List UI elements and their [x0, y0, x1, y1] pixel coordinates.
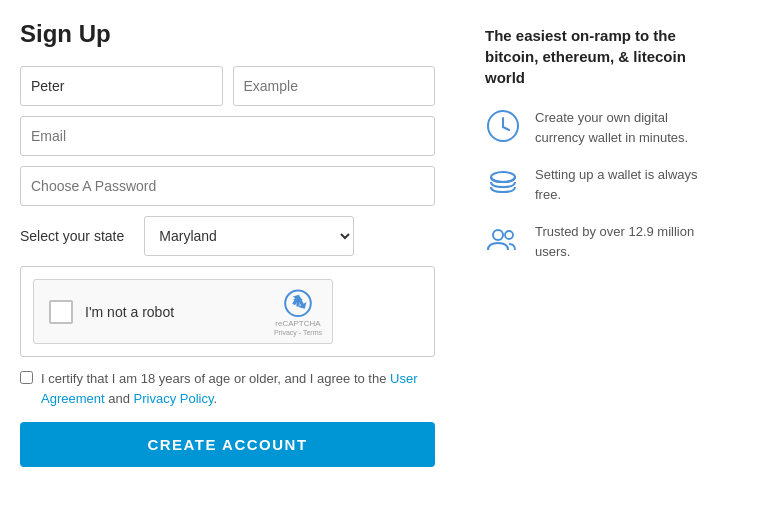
features-panel: The easiest on-ramp to the bitcoin, ethe…	[465, 20, 759, 467]
state-select[interactable]: Maryland Alabama Alaska Arizona Californ…	[144, 216, 354, 256]
captcha-checkbox[interactable]	[49, 300, 73, 324]
privacy-policy-link[interactable]: Privacy Policy	[134, 391, 214, 406]
feature-text-users: Trusted by over 12.9 million users.	[535, 222, 705, 261]
state-row: Select your state Maryland Alabama Alask…	[20, 216, 435, 256]
last-name-input[interactable]	[233, 66, 436, 106]
svg-line-2	[503, 127, 509, 130]
clock-icon	[485, 108, 521, 144]
captcha-logo: reCAPTCHA Privacy - Terms	[274, 287, 322, 336]
recaptcha-icon	[282, 287, 314, 319]
coins-icon	[485, 165, 521, 201]
terms-checkbox[interactable]	[20, 371, 33, 384]
page-container: Sign Up Select your state Maryland Alaba…	[0, 0, 779, 487]
users-icon	[485, 222, 521, 258]
terms-text: I certify that I am 18 years of age or o…	[41, 369, 435, 408]
email-input[interactable]	[20, 116, 435, 156]
feature-item-wallet: Create your own digital currency wallet …	[485, 108, 759, 147]
captcha-widget[interactable]: I'm not a robot reCAPTCHA Privacy - Term…	[33, 279, 333, 344]
feature-item-users: Trusted by over 12.9 million users.	[485, 222, 759, 261]
name-row	[20, 66, 435, 106]
signup-form-panel: Sign Up Select your state Maryland Alaba…	[20, 20, 465, 467]
tagline: The easiest on-ramp to the bitcoin, ethe…	[485, 25, 705, 88]
captcha-box: I'm not a robot reCAPTCHA Privacy - Term…	[20, 266, 435, 357]
state-label: Select your state	[20, 228, 124, 244]
create-account-button[interactable]: CREATE ACCOUNT	[20, 422, 435, 467]
password-input[interactable]	[20, 166, 435, 206]
page-title: Sign Up	[20, 20, 435, 48]
first-name-input[interactable]	[20, 66, 223, 106]
feature-item-free: Setting up a wallet is always free.	[485, 165, 759, 204]
terms-row: I certify that I am 18 years of age or o…	[20, 369, 435, 408]
captcha-label: I'm not a robot	[85, 304, 174, 320]
svg-point-4	[493, 230, 503, 240]
recaptcha-brand: reCAPTCHA	[275, 319, 320, 329]
feature-text-wallet: Create your own digital currency wallet …	[535, 108, 705, 147]
recaptcha-links: Privacy - Terms	[274, 329, 322, 336]
feature-text-free: Setting up a wallet is always free.	[535, 165, 705, 204]
svg-point-5	[505, 231, 513, 239]
